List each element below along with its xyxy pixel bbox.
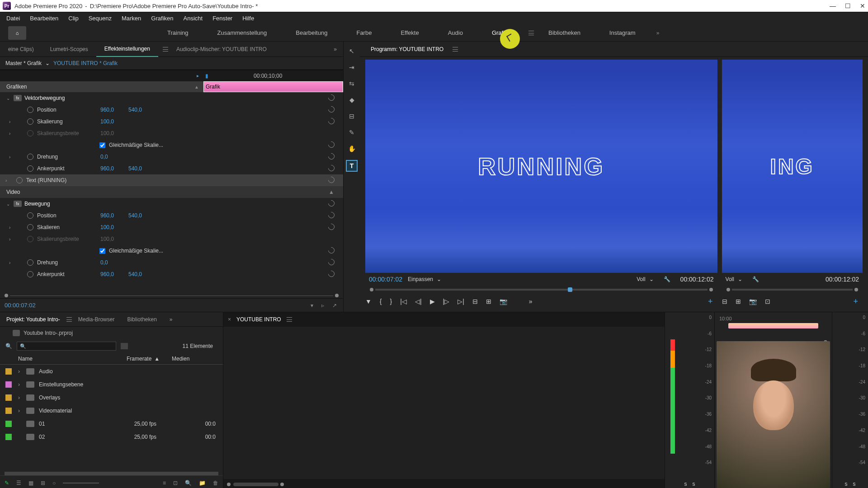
ws-bearbeitung[interactable]: Bearbeitung bbox=[281, 24, 342, 42]
pos2-y[interactable]: 540,0 bbox=[128, 212, 156, 219]
scale2-v[interactable]: 100,0 bbox=[100, 224, 128, 230]
pos-x[interactable]: 960,0 bbox=[100, 107, 128, 113]
project-row[interactable]: 01 25,00 fps 00:0 bbox=[0, 417, 223, 430]
reset-icon[interactable] bbox=[327, 93, 336, 102]
stopwatch-icon[interactable] bbox=[27, 224, 33, 230]
col-name[interactable]: Name bbox=[18, 356, 127, 362]
eye-icon[interactable] bbox=[16, 177, 23, 183]
extract-icon[interactable]: ⊞ bbox=[486, 298, 491, 305]
add-marker-icon[interactable]: ▼ bbox=[365, 298, 372, 305]
go-to-out-icon[interactable]: ▷| bbox=[458, 298, 464, 305]
tab-media-browser[interactable]: Media-Browser bbox=[72, 316, 121, 323]
maximize-icon[interactable]: ☐ bbox=[845, 2, 851, 9]
step-back-icon[interactable]: ◁| bbox=[415, 298, 422, 305]
filter-bin-icon[interactable] bbox=[121, 343, 128, 349]
text-layer-name[interactable]: Text (RUNNING) bbox=[26, 177, 66, 183]
reference-monitor[interactable]: ING bbox=[722, 60, 863, 273]
menu-clip[interactable]: Clip bbox=[64, 13, 83, 23]
mark-out-icon[interactable]: } bbox=[390, 298, 392, 305]
reset-icon[interactable] bbox=[327, 164, 336, 173]
project-row[interactable]: › Audio bbox=[0, 365, 223, 378]
reset-icon[interactable] bbox=[327, 152, 336, 161]
reset-icon[interactable] bbox=[327, 269, 336, 278]
close-icon[interactable]: ✕ bbox=[860, 2, 865, 9]
label-swatch[interactable] bbox=[5, 381, 12, 388]
ws-overflow-icon[interactable]: » bbox=[656, 30, 660, 36]
reset-icon[interactable] bbox=[327, 246, 336, 255]
search-input[interactable] bbox=[17, 342, 116, 351]
timeline-body[interactable] bbox=[223, 327, 665, 479]
timeline-zoom[interactable] bbox=[223, 479, 665, 488]
label-swatch[interactable] bbox=[5, 394, 12, 401]
uniform-scale-checkbox[interactable] bbox=[99, 142, 105, 148]
track-select-tool-icon[interactable]: ⇥ bbox=[347, 62, 357, 72]
delete-icon[interactable]: 🗑 bbox=[213, 480, 218, 486]
ws-instagram[interactable]: Instagram bbox=[595, 24, 650, 42]
ec-clip-bar[interactable]: Grafik bbox=[203, 81, 343, 92]
wrench-icon[interactable]: 🔧 bbox=[752, 276, 759, 282]
bypass-icon[interactable]: ↗ bbox=[332, 302, 337, 309]
menu-marken[interactable]: Marken bbox=[117, 13, 146, 23]
collapse-up-icon[interactable]: ▲ bbox=[327, 189, 336, 195]
prop-bewegung[interactable]: Bewegung bbox=[24, 201, 50, 207]
stopwatch-icon[interactable] bbox=[27, 212, 33, 219]
button-editor-icon[interactable]: + bbox=[708, 297, 717, 306]
rot-v[interactable]: 0,0 bbox=[100, 154, 128, 160]
proj-overflow-icon[interactable]: » bbox=[163, 316, 179, 323]
menu-sequenz[interactable]: Sequenz bbox=[84, 13, 116, 23]
menu-bearbeiten[interactable]: Bearbeiten bbox=[25, 13, 63, 23]
label-swatch[interactable] bbox=[5, 421, 12, 427]
proj-menu-icon[interactable] bbox=[66, 317, 72, 322]
ec-zoom-scrubber[interactable] bbox=[0, 293, 343, 298]
ripple-tool-icon[interactable]: ⇆ bbox=[347, 79, 357, 89]
zoom-slider[interactable] bbox=[63, 483, 99, 483]
selection-tool-icon[interactable]: ↖ bbox=[347, 46, 357, 56]
project-row[interactable]: 02 25,00 fps 00:0 bbox=[0, 430, 223, 443]
chevron-right-icon[interactable]: › bbox=[18, 408, 26, 414]
scale-v[interactable]: 100,0 bbox=[100, 118, 128, 125]
collapse-up-icon[interactable]: ▲ bbox=[194, 84, 199, 89]
horizontal-scrollbar[interactable] bbox=[5, 472, 218, 475]
anchor2-y[interactable]: 540,0 bbox=[128, 271, 156, 277]
tab-bibliotheken[interactable]: Bibliotheken bbox=[121, 316, 163, 323]
ws-menu-icon[interactable] bbox=[528, 31, 534, 35]
stopwatch-icon[interactable] bbox=[27, 118, 33, 125]
tab-overflow-icon[interactable]: » bbox=[327, 46, 343, 52]
project-row[interactable]: › Videomaterial bbox=[0, 404, 223, 417]
razor-tool-icon[interactable]: ◆ bbox=[347, 95, 357, 105]
resolution-dropdown[interactable]: Voll⌄ bbox=[637, 276, 653, 282]
fx-badge[interactable]: fx bbox=[14, 95, 22, 101]
ws-farbe[interactable]: Farbe bbox=[342, 24, 386, 42]
overflow-icon[interactable]: » bbox=[529, 298, 533, 305]
ws-audio[interactable]: Audio bbox=[434, 24, 477, 42]
lift-icon[interactable]: ⊟ bbox=[472, 298, 478, 305]
button-editor-icon2[interactable]: + bbox=[853, 297, 863, 306]
rot2-v[interactable]: 0,0 bbox=[100, 259, 128, 266]
reset-icon[interactable] bbox=[327, 105, 336, 114]
automate-icon[interactable]: ⊡ bbox=[173, 480, 178, 486]
menu-ansicht[interactable]: Ansicht bbox=[179, 13, 207, 23]
stopwatch-icon[interactable] bbox=[27, 259, 33, 266]
reset-icon[interactable] bbox=[327, 117, 336, 126]
menu-hilfe[interactable]: Hilfe bbox=[238, 13, 259, 23]
label-swatch[interactable] bbox=[5, 368, 12, 375]
extract-icon2[interactable]: ⊞ bbox=[736, 298, 741, 305]
ec-clip-link[interactable]: YOUTUBE INTRO * Grafik bbox=[53, 60, 118, 66]
reset-icon[interactable] bbox=[327, 258, 336, 267]
ec-cat-video[interactable]: Video bbox=[6, 189, 20, 195]
solo-right2[interactable]: s bbox=[853, 481, 856, 487]
program-menu-icon[interactable] bbox=[453, 47, 458, 52]
stopwatch-icon[interactable] bbox=[27, 165, 33, 172]
uniform-scale-checkbox2[interactable] bbox=[99, 248, 105, 254]
play-solo-icon[interactable]: ▹ bbox=[321, 302, 324, 309]
project-row[interactable]: › Overlays bbox=[0, 391, 223, 404]
chevron-down-icon[interactable]: ⌄ bbox=[6, 96, 14, 101]
play-indicator-icon[interactable]: ▸ bbox=[197, 73, 199, 78]
mark-in-icon[interactable]: { bbox=[380, 298, 382, 305]
fit-dropdown[interactable]: Einpassen⌄ bbox=[408, 276, 441, 282]
menu-datei[interactable]: Datei bbox=[2, 13, 24, 23]
mini-clip[interactable] bbox=[728, 323, 818, 328]
chevron-right-icon[interactable]: › bbox=[9, 260, 16, 265]
chevron-right-icon[interactable]: › bbox=[9, 119, 16, 124]
chevron-right-icon[interactable]: › bbox=[9, 155, 16, 160]
